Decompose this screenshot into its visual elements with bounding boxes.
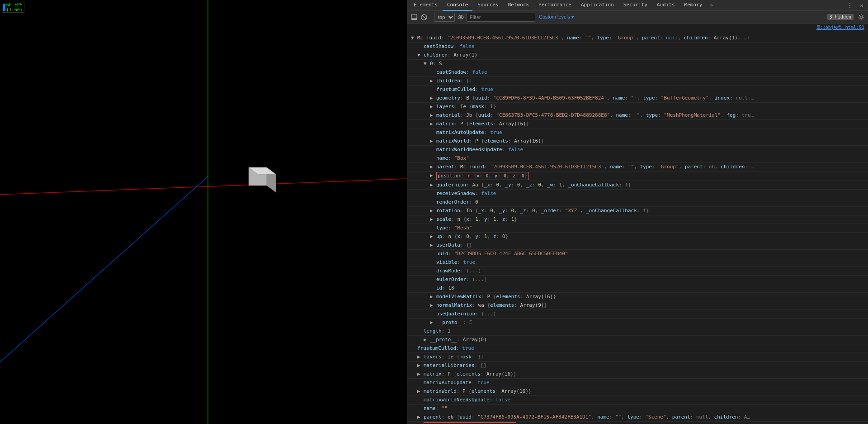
expand-parent1[interactable]: ▶ [417, 414, 424, 421]
filter-input[interactable] [467, 13, 535, 22]
tab-network[interactable]: Network [504, 0, 533, 11]
console-line-mvm: ▶ modelViewMatrix: P {elements: Array(16… [407, 293, 868, 301]
tab-elements[interactable]: Elements [409, 0, 442, 11]
dock-icon[interactable] [410, 13, 418, 21]
svg-point-11 [460, 16, 462, 18]
toolbar-sep-1 [431, 14, 431, 21]
tab-performance[interactable]: Performance [534, 0, 576, 11]
expand-matrix1[interactable]: ▶ [417, 371, 424, 378]
svg-rect-6 [411, 14, 417, 19]
console-line-parent: ▶ parent: Mc {uuid: "2C0935B9-0CE8-4561-… [407, 163, 868, 172]
tab-application[interactable]: Application [576, 0, 618, 11]
console-line-mw: ▶ matrixWorld: P {elements: Array(16)} [407, 137, 868, 146]
console-line-name-box: name: "Box" [407, 154, 868, 163]
console-line-name1: name: "" [407, 405, 868, 413]
expand-mvm[interactable]: ▶ [430, 293, 436, 300]
console-line-0: ▼ 0: S [407, 60, 868, 68]
console-line-ud-child: ▶ userData: {} [407, 241, 868, 250]
console-line-mau1: matrixAutoUpdate: true [407, 379, 868, 387]
console-line-fc1: frustumCulled: true [407, 344, 868, 353]
expand-children2[interactable]: ▶ [430, 77, 436, 85]
settings-icon[interactable] [857, 13, 865, 21]
expand-ml1[interactable]: ▶ [417, 362, 424, 369]
expand-quat-child[interactable]: ▶ [430, 181, 436, 189]
svg-rect-7 [411, 19, 417, 20]
expand-mw1[interactable]: ▶ [417, 388, 424, 395]
console-line-mwnu1: matrixWorldNeedsUpdate: false [407, 396, 868, 405]
console-line-proto-e: ▶ __proto__: E [407, 319, 868, 327]
tab-console[interactable]: Console [443, 0, 472, 11]
close-devtools-icon[interactable]: ✕ [857, 1, 866, 10]
tab-more[interactable]: » [707, 2, 716, 8]
console-content[interactable]: ▼ Mc {uuid: "2C0935B9-0CE8-4561-9520-61D… [407, 32, 868, 424]
expand-parent[interactable]: ▶ [430, 163, 436, 171]
expand-layers1[interactable]: ▶ [417, 353, 424, 361]
console-toolbar: top Custom levels ▾ 3 hidden [407, 11, 868, 24]
expand-nm[interactable]: ▶ [430, 302, 436, 309]
expand-proto-e[interactable]: ▶ [430, 319, 436, 326]
context-selector[interactable]: top [434, 13, 455, 22]
console-line-nm: ▶ normalMatrix: wa {elements: Array(9)} [407, 301, 868, 310]
svg-point-12 [860, 16, 863, 18]
expand-proto-arr[interactable]: ▶ [424, 336, 430, 343]
console-line-material: ▶ material: Jb {uuid: "CE8637B3-DFC5-477… [407, 111, 868, 120]
expand-children[interactable]: ▼ [417, 52, 424, 59]
console-line-dm: drawMode: (...) [407, 267, 868, 276]
clear-console-icon[interactable] [420, 13, 428, 21]
hidden-count-badge: 3 hidden [827, 14, 854, 20]
expand-matrix[interactable]: ▶ [430, 120, 436, 128]
console-line-layers1: ▶ layers: Ie {mask: 1} [407, 353, 868, 362]
expand-position-root[interactable]: ▶ [417, 422, 424, 424]
custom-levels-button[interactable]: Custom levels ▾ [537, 14, 576, 20]
console-line-type-mesh: type: "Mesh" [407, 224, 868, 233]
topbar-actions: ⋮ ✕ [845, 1, 866, 10]
console-line-children: ▼ children: Array(1) [407, 51, 868, 60]
tab-memory[interactable]: Memory [680, 0, 707, 11]
console-line-mw1: ▶ matrixWorld: P {elements: Array(16)} [407, 387, 868, 396]
console-line-matrix1: ▶ matrix: P {elements: Array(16)} [407, 370, 868, 379]
tab-sources[interactable]: Sources [473, 0, 503, 11]
console-line-cs2: castShadow: false [407, 68, 868, 77]
console-line-castshadow: castShadow: false [407, 43, 868, 51]
console-line-eo: eulerOrder: (...) [407, 276, 868, 284]
devtools-tabs: Elements Console Sources Network Perform… [407, 0, 868, 11]
console-line-quat-child: ▶ quaternion: Aa {_x: 0, _y: 0, _z: 0, _… [407, 181, 868, 190]
console-line-id: id: 18 [407, 284, 868, 293]
svg-line-9 [422, 15, 426, 19]
console-line-ml1: ▶ materialLibraries: [] [407, 362, 868, 370]
expand-mw[interactable]: ▶ [430, 138, 436, 145]
svg-line-1 [0, 176, 208, 362]
tab-security[interactable]: Security [619, 0, 652, 11]
expand-up-child[interactable]: ▶ [430, 233, 436, 240]
console-line-fc: frustumCulled: true [407, 86, 868, 94]
console-line-rs-child: receiveShadow: false [407, 190, 868, 198]
expand-root[interactable]: ▼ [411, 34, 417, 42]
expand-ud-child[interactable]: ▶ [430, 242, 436, 249]
eye-icon[interactable] [457, 13, 465, 21]
console-line-mau: matrixAutoUpdate: true [407, 129, 868, 137]
console-line-matrix: ▶ matrix: P {elements: Array(16)} [407, 120, 868, 129]
expand-layers[interactable]: ▶ [430, 103, 436, 110]
svg-line-0 [0, 179, 407, 195]
source-link[interactable]: 显出obj模型.html:91 [816, 25, 864, 30]
expand-geom[interactable]: ▶ [430, 95, 436, 102]
console-line-up-child: ▶ up: n {x: 0, y: 1, z: 0} [407, 233, 868, 241]
console-line-parent1: ▶ parent: ob {uuid: "C7374FB6-095A-4072-… [407, 413, 868, 422]
expand-rot-child[interactable]: ▶ [430, 207, 436, 214]
console-line-ro-child: renderOrder: 0 [407, 198, 868, 207]
customize-icon[interactable]: ⋮ [845, 1, 854, 10]
console-line-uq: useQuaternion: (...) [407, 310, 868, 319]
devtools-panel: Elements Console Sources Network Perform… [407, 0, 868, 424]
expand-0[interactable]: ▼ [424, 60, 430, 67]
console-line-scale-child: ▶ scale: n {x: 1, y: 1, z: 1} [407, 215, 868, 224]
console-line-uuid-child: uuid: "D2C39DD5-E6C0-424E-AB6C-65EDC50FE… [407, 250, 868, 258]
expand-material[interactable]: ▶ [430, 112, 436, 119]
console-line-root: ▼ Mc {uuid: "2C0935B9-0CE8-4561-9520-61D… [407, 34, 868, 43]
tab-audits[interactable]: Audits [652, 0, 679, 11]
expand-position-child[interactable]: ▶ [430, 172, 436, 179]
console-line-position-root: ▶ position: n {x: 0, y: 0, z: 0} [407, 422, 868, 424]
axis-lines [0, 0, 407, 424]
console-line-length: length: 1 [407, 327, 868, 336]
expand-scale-child[interactable]: ▶ [430, 216, 436, 223]
console-line-children2: ▶ children: [] [407, 77, 868, 86]
